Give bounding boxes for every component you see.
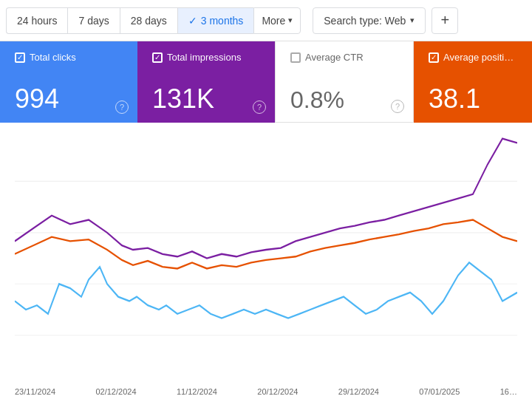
metric-checkbox-total-impressions bbox=[152, 52, 163, 63]
x-axis-labels: 23/11/2024 02/12/2024 11/12/2024 20/12/2… bbox=[15, 387, 517, 396]
tab-3months[interactable]: ✓ 3 months bbox=[177, 7, 254, 34]
x-label-1: 02/12/2024 bbox=[95, 387, 136, 396]
metric-value-average-position: 38.1 bbox=[429, 86, 517, 112]
tab-more[interactable]: More ▾ bbox=[253, 7, 301, 34]
x-label-3: 20/12/2024 bbox=[257, 387, 298, 396]
date-tabs: 24 hours 7 days 28 days ✓ 3 months More … bbox=[6, 7, 301, 34]
x-label-2: 11/12/2024 bbox=[177, 387, 217, 396]
chart-area: 23/11/2024 02/12/2024 11/12/2024 20/12/2… bbox=[0, 123, 532, 399]
help-icon-total-impressions: ? bbox=[253, 100, 266, 114]
metric-value-total-clicks: 994 bbox=[15, 86, 123, 112]
metric-label-average-position: Average positi… bbox=[429, 52, 517, 63]
help-icon-total-clicks: ? bbox=[115, 100, 129, 114]
chevron-down-icon: ▾ bbox=[288, 16, 293, 25]
metric-label-total-clicks: Total clicks bbox=[15, 52, 123, 63]
metric-value-total-impressions: 131K bbox=[152, 86, 260, 112]
metric-value-average-ctr: 0.8% bbox=[290, 88, 398, 112]
x-label-4: 29/12/2024 bbox=[338, 387, 379, 396]
metric-label-average-ctr: Average CTR bbox=[290, 52, 398, 63]
metric-checkbox-total-clicks bbox=[15, 52, 25, 63]
x-label-5: 07/01/2025 bbox=[419, 387, 460, 396]
top-bar: 24 hours 7 days 28 days ✓ 3 months More … bbox=[0, 0, 532, 41]
metric-total-impressions[interactable]: Total impressions 131K ? bbox=[137, 41, 275, 123]
metric-checkbox-average-position bbox=[429, 52, 439, 63]
search-type-button[interactable]: Search type: Web ▾ bbox=[313, 7, 426, 34]
help-icon-average-ctr: ? bbox=[391, 100, 404, 113]
chevron-down-icon: ▾ bbox=[410, 16, 415, 25]
metrics-row: Total clicks 994 ? Total impressions 131… bbox=[0, 41, 532, 123]
metric-label-total-impressions: Total impressions bbox=[152, 52, 260, 63]
metric-checkbox-average-ctr bbox=[290, 52, 301, 63]
add-button[interactable]: + bbox=[432, 7, 458, 34]
tab-28days[interactable]: 28 days bbox=[120, 7, 177, 34]
metric-average-ctr[interactable]: Average CTR 0.8% ? bbox=[275, 41, 414, 123]
x-label-6: 16… bbox=[500, 387, 517, 396]
checkmark-icon: ✓ bbox=[188, 15, 197, 27]
x-label-0: 23/11/2024 bbox=[15, 387, 55, 396]
metric-total-clicks[interactable]: Total clicks 994 ? bbox=[0, 41, 137, 123]
chart-svg bbox=[15, 130, 517, 369]
tab-7days[interactable]: 7 days bbox=[67, 7, 119, 34]
tab-24hours[interactable]: 24 hours bbox=[6, 7, 67, 34]
metric-average-position[interactable]: Average positi… 38.1 bbox=[414, 41, 532, 123]
